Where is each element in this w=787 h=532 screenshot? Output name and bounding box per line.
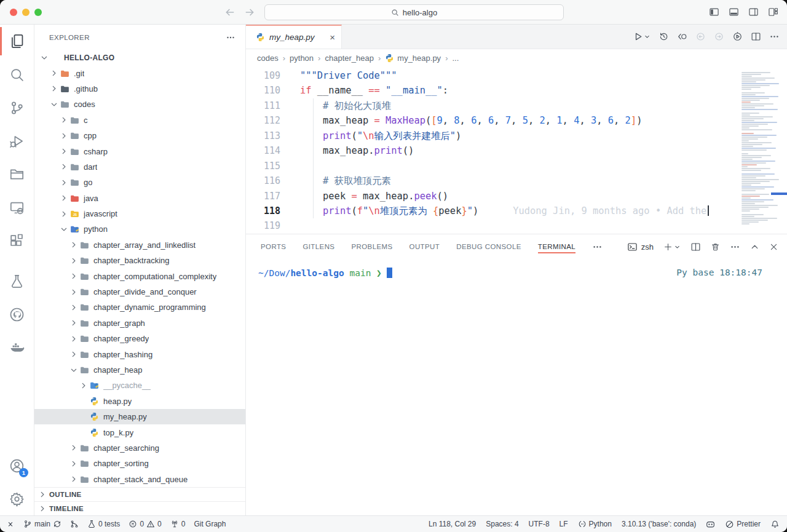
activity-settings[interactable] [0,482,34,515]
tree-folder--github[interactable]: .github [34,81,245,97]
toggle-sidebar-left-icon[interactable] [709,7,719,17]
command-center-search[interactable]: hello-algo [264,4,564,20]
tree-folder-csharp[interactable]: csharp [34,143,245,159]
tree-folder-c[interactable]: c [34,113,245,128]
panel-tab-gitlens[interactable]: GITLENS [303,234,334,259]
circle-arrow-left-icon[interactable] [695,31,706,42]
tests-status[interactable]: 0 tests [87,520,120,528]
panel-tab-ports[interactable]: PORTS [261,234,286,259]
panel-more-actions-icon[interactable] [730,242,740,252]
split-terminal-icon[interactable] [690,242,701,252]
run-python-file-button[interactable] [633,31,651,42]
problems-status[interactable]: 00 [129,520,161,528]
tree-folder-cpp[interactable]: cpp [34,128,245,143]
sidebar-section-outline[interactable]: OUTLINE [34,487,245,501]
activity-extensions[interactable] [0,224,34,257]
breadcrumb-item-my-heap-py[interactable]: my_heap.py [385,54,441,63]
tree-folder-chapter-heap[interactable]: chapter_heap [34,362,245,378]
circle-arrow-right-icon[interactable] [714,31,724,42]
toggle-sidebar-right-icon[interactable] [748,7,759,17]
tree-folder-chapter-stack-and-queue[interactable]: chapter_stack_and_queue [34,472,245,487]
breadcrumb-item-codes[interactable]: codes [257,54,279,63]
tree-folder-python[interactable]: python [34,221,245,237]
git-graph-button[interactable]: Git Graph [194,520,226,528]
terminal-shell-selector[interactable]: zsh [627,242,654,252]
compare-icon[interactable] [677,31,687,42]
tree-folder-chapter-divide-and-conquer[interactable]: chapter_divide_and_conquer [34,284,245,300]
tree-folder-HELLO-ALGO[interactable]: HELLO-ALGO [34,50,245,65]
zoom-window-button[interactable] [34,9,42,16]
tree-folder-chapter-graph[interactable]: chapter_graph [34,316,245,331]
remote-indicator[interactable] [6,520,15,528]
breadcrumb-item--[interactable]: ... [452,54,459,63]
tree-folder-chapter-array-and-linkedlist[interactable]: chapter_array_and_linkedlist [34,237,245,253]
panel-tab-output[interactable]: OUTPUT [409,234,440,259]
activity-testing[interactable] [0,264,34,298]
panel-tab-terminal[interactable]: TERMINAL [538,234,575,259]
minimap[interactable] [735,66,787,234]
customize-layout-icon[interactable] [768,7,778,17]
activity-search[interactable] [0,58,34,91]
history-icon[interactable] [658,31,669,42]
tree-folder-chapter-computational-complexity[interactable]: chapter_computational_complexity [34,268,245,284]
notifications[interactable] [770,520,780,529]
tree-file-my-heap-py[interactable]: my_heap.py [34,409,245,424]
activity-project-folder[interactable] [0,157,34,191]
new-terminal-button[interactable] [663,242,681,252]
git-graph-icon-item[interactable] [70,520,79,528]
language-mode[interactable]: Python [578,520,612,528]
close-window-button[interactable] [10,9,17,16]
minimize-window-button[interactable] [22,9,30,16]
activity-remote-explorer[interactable] [0,191,34,224]
tab-close-icon[interactable]: × [330,32,335,42]
tree-file-top-k-py[interactable]: top_k.py [34,424,245,440]
panel-more-tabs-icon[interactable] [592,242,603,252]
tab-my-heap[interactable]: my_heap.py × [246,25,342,49]
indentation[interactable]: Spaces: 4 [486,520,518,528]
tree-folder-chapter-hashing[interactable]: chapter_hashing [34,346,245,362]
ports-status[interactable]: 0 [170,520,186,528]
tree-folder-codes[interactable]: codes [34,97,245,112]
open-run-icon[interactable] [732,31,743,42]
maximize-panel-icon[interactable] [750,242,759,252]
branch-status[interactable]: main [23,520,61,528]
sidebar-more-actions-icon[interactable] [226,33,235,42]
breadcrumb-item-python[interactable]: python [290,54,314,63]
activity-github[interactable] [0,298,34,331]
python-interpreter[interactable]: 3.10.13 ('base': conda) [622,520,696,528]
tree-folder-chapter-searching[interactable]: chapter_searching [34,440,245,456]
tree-folder-javascript[interactable]: JSjavascript [34,206,245,221]
eol[interactable]: LF [560,520,568,528]
panel-tab-debug-console[interactable]: DEBUG CONSOLE [456,234,521,259]
tree-folder--pycache-[interactable]: __pycache__ [34,378,245,393]
tree-folder-go[interactable]: go [34,175,245,190]
tree-file-heap-py[interactable]: heap.py [34,394,245,409]
cursor-position[interactable]: Ln 118, Col 29 [429,520,476,528]
prettier-status[interactable]: Prettier [725,520,761,529]
split-editor-icon[interactable] [751,31,761,42]
sidebar-section-timeline[interactable]: TIMELINE [34,501,245,515]
tree-folder-chapter-dynamic-programming[interactable]: chapter_dynamic_programming [34,300,245,315]
code-editor[interactable]: 109"""Driver Code"""110if __name__ == "_… [246,66,787,234]
tree-folder-java[interactable]: java [34,191,245,206]
activity-accounts[interactable]: 1 [0,449,34,482]
panel-tab-problems[interactable]: PROBLEMS [351,234,392,259]
activity-docker[interactable] [0,331,34,364]
activity-explorer[interactable] [0,25,34,58]
tree-folder-dart[interactable]: dart [34,159,245,175]
tree-folder--git[interactable]: .git [34,65,245,81]
more-icon[interactable] [769,31,780,42]
activity-run-debug[interactable] [0,124,34,157]
close-panel-icon[interactable] [769,242,778,252]
copilot-status[interactable] [706,520,715,529]
activity-source-control[interactable] [0,91,34,124]
tree-folder-chapter-sorting[interactable]: chapter_sorting [34,456,245,471]
breadcrumb-item-chapter-heap[interactable]: chapter_heap [325,54,374,63]
history-back-icon[interactable] [224,6,236,18]
terminal[interactable]: ~/Dow/hello-algo main ❯ Py base 18:18:47 [246,259,787,278]
toggle-panel-icon[interactable] [729,7,739,17]
kill-terminal-icon[interactable] [711,242,720,252]
tree-folder-chapter-backtracking[interactable]: chapter_backtracking [34,253,245,268]
tree-folder-chapter-greedy[interactable]: chapter_greedy [34,331,245,346]
encoding[interactable]: UTF-8 [529,520,550,528]
